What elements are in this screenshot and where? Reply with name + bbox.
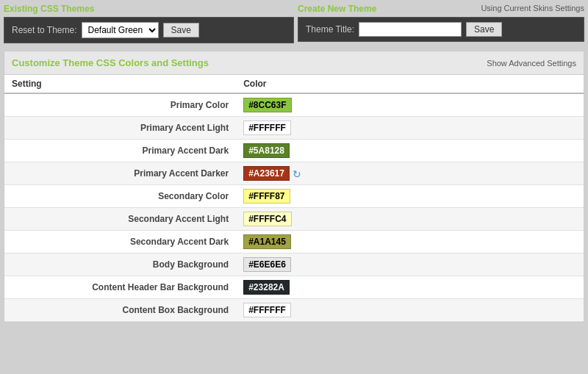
customize-header: Customize Theme CSS Colors and Settings … (4, 51, 584, 75)
setting-name-cell: Secondary Color (4, 185, 236, 208)
main-content: Customize Theme CSS Colors and Settings … (4, 51, 584, 323)
create-save-button[interactable]: Save (466, 22, 502, 37)
setting-name-cell: Primary Accent Light (4, 117, 236, 140)
theme-title-label: Theme Title: (306, 24, 354, 35)
color-badge[interactable]: #FFFFFF (243, 303, 291, 317)
setting-name-cell: Body Background (4, 253, 236, 276)
col-setting-header: Setting (4, 75, 236, 93)
existing-themes-panel: Reset to Theme: Default Green Save (4, 17, 294, 43)
color-badge[interactable]: #E6E6E6 (243, 257, 291, 272)
create-theme-panel: Theme Title: Save (298, 17, 584, 42)
table-header-row: Setting Color (4, 75, 584, 93)
setting-name-cell: Primary Color (4, 93, 236, 117)
color-cell: #FFFFFF (236, 299, 584, 322)
setting-name-cell: Secondary Accent Dark (4, 231, 236, 253)
color-badge[interactable]: #A23617 (243, 166, 290, 181)
using-current-label: Using Current Skins Settings (481, 4, 584, 12)
color-cell: #FFFFFF (236, 117, 584, 140)
color-cell: #FFFFC4 (236, 208, 584, 231)
setting-name-cell: Content Box Background (4, 299, 236, 322)
setting-name-cell: Primary Accent Dark (4, 140, 236, 162)
table-row: Secondary Accent Light#FFFFC4 (4, 208, 584, 231)
color-badge[interactable]: #5A8128 (243, 143, 290, 158)
color-badge[interactable]: #FFFFFF (243, 121, 291, 135)
theme-title-input[interactable] (359, 22, 462, 37)
color-cell: #8CC63F (236, 93, 584, 117)
color-cell: #A1A145 (236, 231, 584, 253)
color-badge[interactable]: #23282A (243, 280, 290, 295)
table-row: Primary Accent Light#FFFFFF (4, 117, 584, 140)
setting-name-cell: Content Header Bar Background (4, 276, 236, 299)
color-cell: #23282A (236, 276, 584, 299)
theme-select[interactable]: Default Green (82, 22, 159, 38)
color-cell: #E6E6E6 (236, 253, 584, 276)
color-cell: #5A8128 (236, 140, 584, 162)
show-advanced-link[interactable]: Show Advanced Settings (487, 59, 576, 68)
color-cell: #A23617↻ (236, 162, 584, 185)
existing-save-button[interactable]: Save (163, 23, 199, 37)
color-badge[interactable]: #FFFF87 (243, 189, 290, 204)
table-row: Secondary Accent Dark#A1A145 (4, 231, 584, 253)
table-row: Primary Accent Dark#5A8128 (4, 140, 584, 162)
setting-name-cell: Primary Accent Darker (4, 162, 236, 185)
col-color-header: Color (236, 75, 584, 93)
table-row: Secondary Color#FFFF87 (4, 185, 584, 208)
refresh-icon[interactable]: ↻ (293, 168, 301, 180)
color-badge[interactable]: #8CC63F (243, 98, 291, 112)
color-badge[interactable]: #FFFFC4 (243, 212, 291, 226)
table-row: Body Background#E6E6E6 (4, 253, 584, 276)
setting-name-cell: Secondary Accent Light (4, 208, 236, 231)
color-cell: #FFFF87 (236, 185, 584, 208)
table-row: Content Header Bar Background#23282A (4, 276, 584, 299)
color-badge[interactable]: #A1A145 (243, 234, 291, 249)
table-row: Primary Accent Darker#A23617↻ (4, 162, 584, 185)
settings-table: Setting Color Primary Color#8CC63FPrimar… (4, 75, 584, 322)
reset-label: Reset to Theme: (12, 25, 77, 35)
existing-themes-title: Existing CSS Themes (4, 4, 294, 14)
table-row: Primary Color#8CC63F (4, 93, 584, 117)
table-row: Content Box Background#FFFFFF (4, 299, 584, 322)
customize-title: Customize Theme CSS Colors and Settings (12, 57, 209, 68)
